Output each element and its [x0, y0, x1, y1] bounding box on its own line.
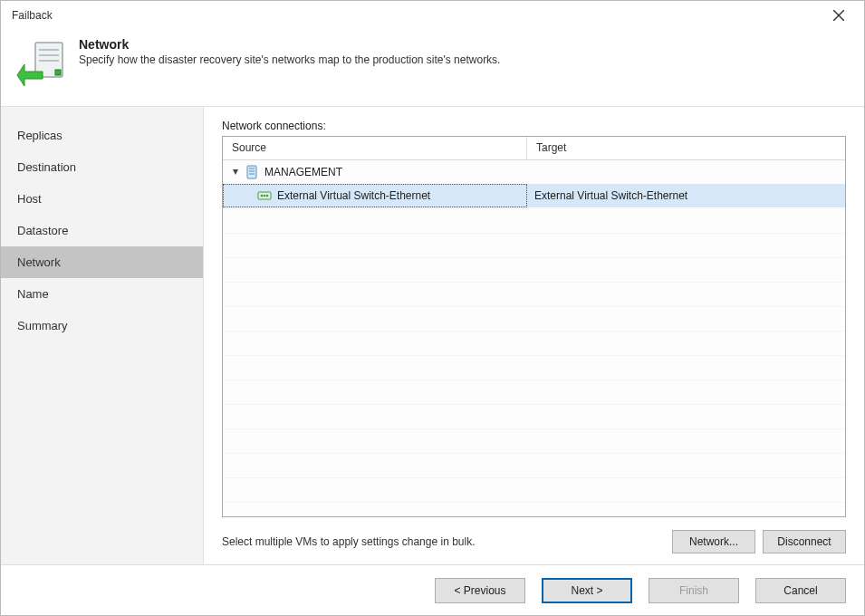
next-button[interactable]: Next >: [542, 578, 632, 603]
network-mapping-row[interactable]: External Virtual Switch-Ethernet Externa…: [223, 184, 845, 207]
svg-point-13: [264, 195, 266, 197]
svg-rect-6: [55, 70, 61, 75]
window-title: Failback: [12, 9, 821, 22]
bulk-hint: Select multiple VMs to apply settings ch…: [222, 535, 665, 548]
previous-button[interactable]: < Previous: [435, 578, 525, 603]
finish-button: Finish: [649, 578, 739, 603]
close-icon: [833, 10, 844, 21]
svg-rect-7: [247, 166, 256, 178]
column-header-source[interactable]: Source: [223, 137, 527, 159]
sidebar-item-summary[interactable]: Summary: [1, 310, 203, 342]
cancel-button[interactable]: Cancel: [755, 578, 846, 603]
header-text: Network Specify how the disaster recover…: [79, 37, 500, 66]
wizard-sidebar: Replicas Destination Host Datastore Netw…: [1, 107, 204, 564]
vswitch-icon: [257, 188, 272, 203]
group-target-cell: [527, 160, 845, 184]
main-panel: Network connections: Source Target: [204, 107, 864, 564]
network-connections-grid[interactable]: Source Target MANAGEMENT: [222, 136, 846, 517]
close-button[interactable]: [821, 3, 857, 28]
grid-footer-row: Select multiple VMs to apply settings ch…: [222, 530, 846, 553]
svg-point-14: [266, 195, 269, 197]
sidebar-item-host[interactable]: Host: [1, 183, 203, 215]
mapping-target-label: External Virtual Switch-Ethernet: [534, 189, 687, 202]
mapping-target-cell: External Virtual Switch-Ethernet: [527, 184, 845, 207]
failback-dialog: Failback Network Specify how the disaste…: [0, 0, 865, 616]
mapping-source-cell: External Virtual Switch-Ethernet: [223, 184, 527, 207]
grid-header: Source Target: [223, 137, 845, 160]
sidebar-item-network[interactable]: Network: [1, 246, 203, 278]
sidebar-item-name[interactable]: Name: [1, 278, 203, 310]
sidebar-item-datastore[interactable]: Datastore: [1, 215, 203, 246]
page-title: Network: [79, 37, 500, 52]
group-label: MANAGEMENT: [264, 166, 342, 178]
wizard-body: Replicas Destination Host Datastore Netw…: [1, 106, 864, 564]
wizard-footer: < Previous Next > Finish Cancel: [1, 564, 864, 615]
svg-point-12: [261, 195, 264, 197]
sidebar-item-destination[interactable]: Destination: [1, 151, 203, 183]
page-subtitle: Specify how the disaster recovery site's…: [79, 53, 500, 66]
grid-body[interactable]: MANAGEMENT: [223, 160, 845, 516]
mapping-source-label: External Virtual Switch-Ethernet: [277, 189, 430, 202]
group-source-cell: MANAGEMENT: [223, 160, 527, 184]
titlebar: Failback: [1, 1, 864, 30]
failback-icon: [15, 37, 68, 90]
expand-caret-icon[interactable]: [230, 167, 241, 178]
server-icon: [245, 165, 259, 179]
wizard-header: Network Specify how the disaster recover…: [1, 30, 864, 106]
sidebar-item-replicas[interactable]: Replicas: [1, 120, 203, 151]
column-header-target[interactable]: Target: [527, 137, 845, 159]
disconnect-button[interactable]: Disconnect: [763, 530, 846, 553]
connections-label: Network connections:: [222, 120, 846, 132]
tree-group-row[interactable]: MANAGEMENT: [223, 160, 845, 184]
network-button[interactable]: Network...: [672, 530, 755, 553]
